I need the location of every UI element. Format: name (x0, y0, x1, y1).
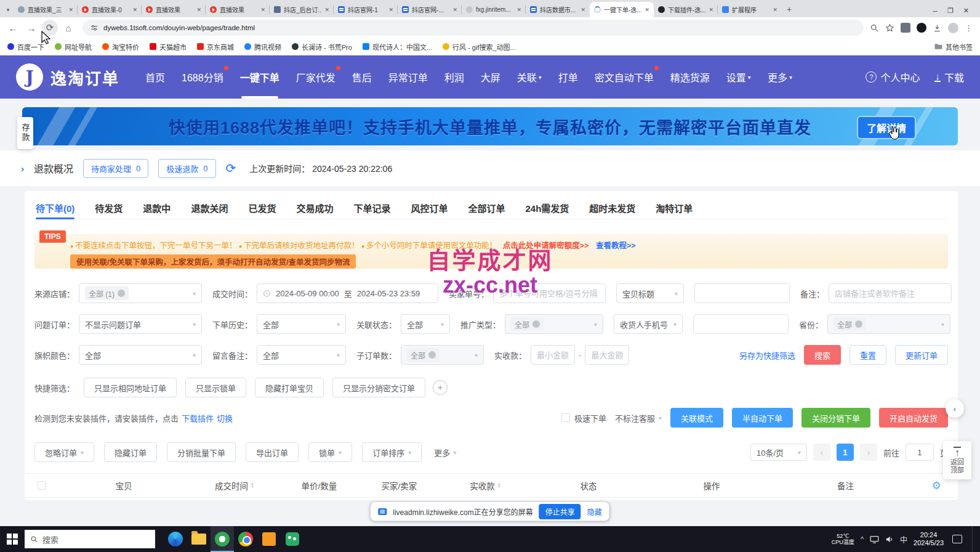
problem-order-select[interactable]: 不显示问题订单▾ (79, 314, 202, 334)
tab-pending-order[interactable]: 待下单(0) (36, 197, 74, 219)
sort-icon[interactable]: ▲▼ (251, 482, 254, 489)
chrome-active-app-icon[interactable] (211, 526, 234, 552)
nav-item-print-order[interactable]: 打单 (558, 55, 578, 99)
side-panel-tab[interactable]: 存款 (17, 117, 33, 149)
nav-item-dashboard[interactable]: 大屏 (481, 55, 500, 99)
browser-tab[interactable]: 抖店数据市...✕ (526, 2, 590, 17)
tag-close-icon[interactable] (855, 320, 862, 328)
tab-24h-ship[interactable]: 24h需发货 (525, 197, 569, 219)
sort-icon[interactable]: ▲▼ (497, 482, 501, 489)
lock-order-button[interactable]: 锁单▾ (308, 442, 352, 462)
tab-all-orders[interactable]: 全部订单 (468, 197, 505, 219)
tab-close-icon[interactable]: ✕ (452, 7, 457, 13)
fast-order-checkbox[interactable] (561, 413, 570, 422)
nav-item-more[interactable]: 更多▾ (768, 55, 792, 99)
cpu-temp-widget[interactable]: 52℃CPU温度 (832, 533, 854, 545)
browser-tab[interactable]: 直播效果_三✕ (14, 2, 78, 17)
bookmark-star-icon[interactable] (885, 23, 894, 33)
nav-item-aftersale[interactable]: 售后 (352, 55, 372, 99)
file-explorer-icon[interactable] (187, 526, 211, 552)
tab-shipped[interactable]: 已发货 (248, 197, 276, 219)
tab-close-icon[interactable]: ✕ (68, 7, 73, 13)
nav-item-selected-supply[interactable]: 精选货源 (670, 55, 710, 99)
message-remark-select[interactable]: 全部▾ (257, 345, 346, 365)
item-title-select[interactable]: 宝贝标题▾ (616, 283, 684, 303)
browser-menu-icon[interactable]: ⋮ (965, 23, 973, 33)
show-desktop-sliver[interactable] (972, 526, 975, 552)
tab-close-icon[interactable]: ✕ (773, 7, 777, 13)
start-button[interactable] (0, 526, 25, 552)
nav-item-relation[interactable]: 关联▾ (517, 55, 542, 99)
tab-close-icon[interactable]: ✕ (645, 7, 649, 13)
quick-filter-locked-only[interactable]: 只显示锁单 (185, 378, 246, 397)
bookmark-item[interactable]: 行风 - gif搜索_动图... (443, 42, 516, 52)
tray-expand-icon[interactable]: ^ (861, 535, 864, 543)
tab-refunding[interactable]: 退款中 (143, 197, 171, 219)
browser-tab[interactable]: 抖店官网-...✕ (398, 2, 462, 17)
pending-merchant-badge[interactable]: 待商家处理0 (83, 159, 148, 178)
save-quick-filter-link[interactable]: 另存为快捷筛选 (739, 349, 795, 361)
export-order-button[interactable]: 导出订单 (246, 442, 299, 462)
max-amount-input[interactable] (591, 351, 623, 360)
window-close-button[interactable]: ✕ (963, 7, 969, 15)
view-tutorial-link[interactable]: 查看教程>> (596, 242, 636, 250)
language-indicator[interactable]: 中 (900, 534, 907, 545)
nav-item-settings[interactable]: 设置▾ (726, 55, 751, 99)
browser-tab[interactable]: 抖店官网-1✕ (334, 2, 398, 17)
zoom-icon[interactable] (870, 23, 879, 33)
tab-close-icon[interactable]: ✕ (132, 7, 137, 13)
refresh-icon[interactable]: ⟳ (226, 162, 236, 174)
bookmark-item[interactable]: 网址导航 (55, 42, 92, 52)
tab-close-icon[interactable]: ✕ (196, 7, 201, 13)
current-page[interactable]: 1 (837, 444, 854, 461)
bookmark-item[interactable]: 长澜诗 - 书荒Pro (292, 42, 352, 52)
browser-tab[interactable]: 下载插件-逸...✕ (654, 2, 718, 17)
fast-order-checkbox-group[interactable]: 极速下单 (561, 412, 606, 424)
reset-button[interactable]: 重置 (849, 345, 886, 365)
goto-page-input[interactable] (912, 448, 928, 457)
promo-banner[interactable]: 快使用1688代发推单吧！支持手机大单量推单，专属私密价，无需解密平台面单直发 … (22, 107, 958, 145)
tab-search-icon[interactable]: ▾ (2, 4, 14, 16)
tab-close-icon[interactable]: ✕ (260, 7, 265, 13)
clock[interactable]: 20:242024/5/23 (914, 531, 944, 547)
search-button[interactable]: 搜索 (804, 345, 841, 365)
nav-item-abnormal-orders[interactable]: 异常订单 (388, 55, 428, 99)
browser-tab[interactable]: fxg.jinritem...✕ (462, 2, 526, 17)
promo-type-select[interactable]: 全部▾ (505, 314, 603, 334)
browser-tab-active[interactable]: 一键下单-逸...✕ (590, 2, 654, 17)
other-bookmarks[interactable]: 其他书签 (934, 42, 973, 52)
tab-close-icon[interactable]: ✕ (324, 7, 329, 13)
relation-mode-button[interactable]: 关联模式 (670, 408, 723, 428)
home-button[interactable]: ⌂ (60, 20, 76, 36)
download-link[interactable]: ↓下载 (934, 70, 964, 84)
url-text[interactable]: dywebs.1tsoft.com/douyin-web/pages/trade… (103, 24, 255, 31)
bookmark-item[interactable]: 百度一下 (7, 42, 44, 52)
browser-tab[interactable]: 直播效果✕ (206, 2, 270, 17)
tab-close-icon[interactable]: ✕ (709, 7, 713, 13)
tab-close-icon[interactable]: ✕ (388, 7, 393, 13)
quick-filter-same-address[interactable]: 只显示相同地址订单 (84, 378, 177, 397)
bookmark-item[interactable]: 现代诗人：中国文... (363, 42, 432, 52)
volume-tray-icon[interactable] (885, 535, 894, 543)
switch-link[interactable]: 切换 (217, 412, 233, 424)
edge-app-icon[interactable] (164, 526, 187, 552)
window-restore-button[interactable]: ❐ (947, 7, 954, 15)
quick-filter-hide-printed[interactable]: 隐藏打单宝贝 (255, 378, 324, 397)
semi-auto-order-button[interactable]: 半自动下单 (732, 408, 793, 428)
bookmark-item[interactable]: 腾讯视频 (244, 42, 281, 52)
collapse-panel-button[interactable]: ‹ (946, 399, 964, 418)
hide-share-bar-link[interactable]: 隐藏 (587, 506, 602, 517)
service-mark-select[interactable]: 不标注客服▾ (615, 412, 662, 424)
hide-order-button[interactable]: 隐藏订单 (104, 442, 157, 462)
item-title-input[interactable] (701, 289, 784, 298)
relation-status-select[interactable]: 全部▾ (401, 314, 450, 334)
tab-close-icon[interactable]: ✕ (580, 7, 585, 13)
receiver-phone-select[interactable]: 收货人手机号▾ (614, 314, 683, 334)
buyer-order-input[interactable] (499, 289, 600, 298)
browser-tab[interactable]: 扩展程序✕ (718, 2, 782, 17)
back-to-top-button[interactable]: ↑ 返回顶部 (943, 441, 971, 479)
col-deal-time[interactable]: 成交时间▲▼ (188, 479, 281, 492)
auto-ship-button[interactable]: 开启自动发货 (879, 408, 948, 428)
back-button[interactable]: ← (5, 20, 21, 36)
bookmark-item[interactable]: 淘宝特价 (102, 42, 139, 52)
